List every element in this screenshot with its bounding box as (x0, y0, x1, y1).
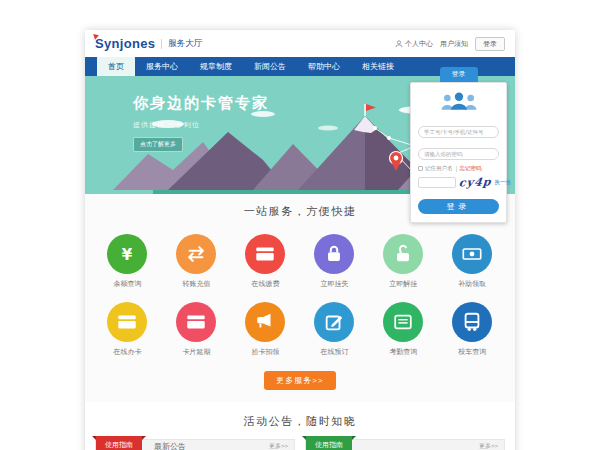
portal-name: 服务大厅 (168, 38, 202, 50)
user-notice-label: 用户须知 (440, 39, 468, 49)
logo[interactable]: Synjones 服务大厅 (95, 36, 202, 51)
hero-title: 你身边的卡管专家 (133, 94, 269, 113)
username-input[interactable] (418, 126, 499, 138)
guide-panel-right-header: 使用指南 更多>> (305, 439, 505, 450)
svg-text:¥: ¥ (122, 246, 133, 264)
user-center-link[interactable]: 个人中心 (395, 39, 433, 49)
logo-text: Synjones (95, 36, 155, 51)
credit-card-icon (107, 302, 147, 342)
captcha-input[interactable] (418, 177, 456, 188)
service-unfreeze[interactable]: 立即解挂 (369, 227, 438, 295)
more-services-button[interactable]: 更多服务>> (264, 371, 335, 390)
captcha-image[interactable]: cy4p (458, 175, 492, 189)
guide-panel-header: 使用指南 最新公告 更多>> (95, 439, 295, 450)
megaphone-icon (245, 302, 285, 342)
service-label: 拾卡招领 (231, 347, 300, 357)
nav-item-service-center[interactable]: 服务中心 (135, 57, 189, 76)
login-form: 记住用户名 忘记密码 cy4p 换一张 登录 (410, 82, 507, 223)
service-label: 在线办卡 (93, 347, 162, 357)
divider (161, 39, 162, 49)
nav-item-links[interactable]: 相关链接 (351, 57, 405, 76)
service-balance[interactable]: ¥ 余额查询 (93, 227, 162, 295)
transfer-arrows-icon (176, 234, 216, 274)
header-actions: 个人中心 用户须知 登录 (395, 37, 505, 51)
services-grid: ¥ 余额查询 转账充值 在线缴费 (85, 227, 515, 363)
hero-cta-button[interactable]: 点击了解更多 (133, 137, 183, 152)
hero-subtitle: 提供捷径 一步到位 (133, 120, 269, 130)
user-notice-link[interactable]: 用户须知 (440, 39, 468, 49)
service-label: 余额查询 (93, 279, 162, 289)
yuan-icon: ¥ (107, 234, 147, 274)
tab-latest-announcements[interactable]: 最新公告 (154, 441, 186, 450)
service-card-extension[interactable]: 卡片延期 (162, 295, 231, 363)
nav-item-rules[interactable]: 规章制度 (189, 57, 243, 76)
divider (456, 166, 457, 172)
credit-card-icon (176, 302, 216, 342)
remember-checkbox[interactable] (418, 166, 423, 171)
service-label: 补助领取 (438, 279, 507, 289)
service-online-payment[interactable]: 在线缴费 (231, 227, 300, 295)
bus-icon (452, 302, 492, 342)
service-online-booking[interactable]: 在线预订 (300, 295, 369, 363)
service-report-loss[interactable]: 立即挂失 (300, 227, 369, 295)
captcha-refresh-link[interactable]: 换一张 (494, 179, 511, 186)
service-label: 校车查询 (438, 347, 507, 357)
tab-usage-guide-right[interactable]: 使用指南 (306, 436, 352, 450)
banknote-icon (452, 234, 492, 274)
login-options: 记住用户名 忘记密码 (418, 165, 499, 172)
login-submit-button[interactable]: 登录 (418, 199, 499, 214)
nav-item-home[interactable]: 首页 (97, 57, 135, 76)
service-label: 在线预订 (300, 347, 369, 357)
announcements-title: 活动公告，随时知晓 (95, 414, 505, 429)
service-transfer[interactable]: 转账充值 (162, 227, 231, 295)
attendance-list-icon (383, 302, 423, 342)
service-subsidy[interactable]: 补助领取 (438, 227, 507, 295)
lock-icon (314, 234, 354, 274)
credit-card-icon (245, 234, 285, 274)
tab-usage-guide[interactable]: 使用指南 (96, 436, 142, 450)
password-input[interactable] (418, 148, 499, 160)
service-label: 立即解挂 (369, 279, 438, 289)
users-group-icon (439, 90, 479, 111)
login-panel: 登录 记住用户名 忘记密码 cy4p 换一张 (410, 62, 507, 223)
service-label: 卡片延期 (162, 347, 231, 357)
header-login-button[interactable]: 登录 (475, 37, 505, 51)
nav-item-help[interactable]: 帮助中心 (297, 57, 351, 76)
service-apply-card[interactable]: 在线办卡 (93, 295, 162, 363)
announcement-panels: 使用指南 最新公告 更多>> 使用指南 更多>> (95, 439, 505, 450)
captcha-row: cy4p 换一张 (418, 176, 499, 189)
service-attendance[interactable]: 考勤查询 (369, 295, 438, 363)
person-icon (395, 40, 403, 48)
nav-item-news[interactable]: 新闻公告 (243, 57, 297, 76)
services-section: 一站服务，方便快捷 ¥ 余额查询 转账充值 在 (85, 194, 515, 402)
forgot-password-link[interactable]: 忘记密码 (460, 165, 482, 172)
unlock-icon (383, 234, 423, 274)
service-label: 转账充值 (162, 279, 231, 289)
more-link[interactable]: 更多>> (269, 442, 294, 450)
user-center-label: 个人中心 (405, 39, 433, 49)
guide-panel: 使用指南 最新公告 更多>> (95, 439, 295, 450)
service-label: 立即挂失 (300, 279, 369, 289)
edit-pencil-icon (314, 302, 354, 342)
service-label: 考勤查询 (369, 347, 438, 357)
service-school-bus[interactable]: 校车查询 (438, 295, 507, 363)
guide-panel-right: 使用指南 更多>> (305, 439, 505, 450)
portal-page: Synjones 服务大厅 个人中心 用户须知 登录 首页 服务中心 规章制度 … (85, 30, 515, 450)
service-label: 在线缴费 (231, 279, 300, 289)
remember-label: 记住用户名 (425, 165, 453, 172)
announcements-section: 活动公告，随时知晓 使用指南 最新公告 更多>> 使用指南 更多>> (85, 402, 515, 450)
service-lost-found[interactable]: 拾卡招领 (231, 295, 300, 363)
more-link[interactable]: 更多>> (479, 442, 504, 450)
header: Synjones 服务大厅 个人中心 用户须知 登录 (85, 30, 515, 57)
hero-copy: 你身边的卡管专家 提供捷径 一步到位 点击了解更多 (133, 94, 269, 152)
login-tab[interactable]: 登录 (440, 67, 478, 82)
